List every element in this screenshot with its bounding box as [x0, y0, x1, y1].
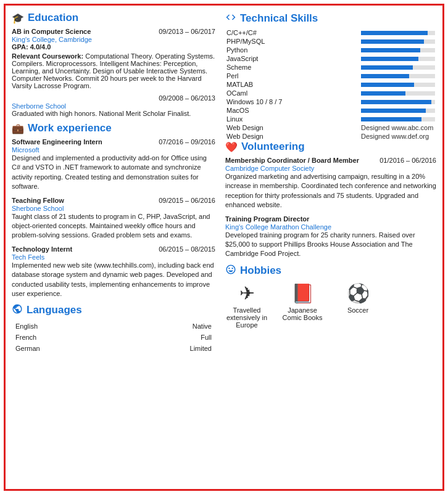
education-entry-1: AB in Computer Science 09/2013 – 06/2017…: [12, 28, 215, 89]
soccer-label: Soccer: [347, 306, 368, 314]
volunteering-title: ❤️ Volunteering: [225, 141, 436, 153]
vol-title-2: Training Program Director: [225, 215, 309, 223]
skills-icon: [225, 12, 236, 25]
edu-desc-2: Graduated with high honors. National Mer…: [12, 110, 215, 117]
skill-name-1: PHP/MySQL: [225, 37, 360, 46]
skill-row-4: Scheme: [225, 63, 436, 72]
hobbies-row: ✈ Travelled extensively in Europe 📕 Japa…: [225, 282, 436, 329]
job-org-2: Sherbone School: [12, 205, 215, 212]
vol-title-1: Membership Coordinator / Board Member: [225, 157, 359, 164]
skill-name-11: Web Design: [225, 123, 360, 132]
hobby-soccer: ⚽ Soccer: [336, 282, 380, 314]
coursework: Relevant Coursework: Computational Theor…: [12, 52, 215, 89]
work-section: 💼 Work experience Software Engineering I…: [12, 122, 215, 298]
lang-row-3: German Limited: [13, 343, 214, 353]
job-title-2: Teaching Fellow: [12, 197, 64, 204]
vol-entry-1: Membership Coordinator / Board Member 01…: [225, 157, 436, 210]
job-title-3: Technology Internt: [12, 245, 72, 253]
soccer-icon: ⚽: [347, 282, 370, 304]
work-entry-2: Teaching Fellow 09/2015 – 06/2016 Sherbo…: [12, 197, 215, 240]
skill-row-1: PHP/MySQL: [225, 37, 436, 46]
job-org-1: Microsoft: [12, 146, 215, 154]
skill-name-12: Web Design: [225, 132, 360, 141]
skill-row-7: OCaml: [225, 89, 436, 97]
vol-desc-1: Organized marketing and advertising camp…: [225, 172, 436, 210]
skill-row-10: Linux: [225, 115, 436, 123]
languages-table: English Native French Full German Limite…: [12, 320, 215, 355]
lang-level-3: Limited: [119, 343, 214, 353]
job-date-1: 07/2016 – 09/2016: [159, 138, 215, 146]
skill-row-6: MATLAB: [225, 80, 436, 89]
skill-name-2: Python: [225, 46, 360, 54]
education-section: 🎓 Education AB in Computer Science 09/20…: [12, 12, 215, 117]
lang-name-1: English: [13, 321, 118, 331]
skill-name-10: Linux: [225, 115, 360, 123]
hobbies-title: Hobbies: [225, 264, 436, 277]
lang-row-1: English Native: [13, 321, 214, 331]
skill-name-4: Scheme: [225, 63, 360, 72]
vol-entry-2: Training Program Director King's College…: [225, 215, 436, 259]
skill-name-7: OCaml: [225, 89, 360, 97]
skill-row-8: Windows 10 / 8 / 7: [225, 97, 436, 106]
edu-org-2: Sherborne School: [12, 102, 215, 110]
hobbies-icon: [225, 264, 236, 277]
right-column: Technical Skills C/C++/C# PHP/MySQL Pyth…: [225, 12, 436, 355]
job-date-3: 06/2015 – 08/2015: [159, 245, 215, 253]
edu-date-2: 09/2008 – 06/2013: [159, 94, 215, 102]
vol-date-1: 01/2016 – 06/2016: [380, 157, 436, 164]
job-title-1: Software Engineering Intern: [12, 138, 102, 146]
skill-row-0: C/C++/C#: [225, 28, 436, 37]
skill-name-9: MacOS: [225, 106, 360, 115]
job-date-2: 09/2015 – 06/2016: [159, 197, 215, 204]
lang-level-2: Full: [119, 332, 214, 342]
work-entry-1: Software Engineering Intern 07/2016 – 09…: [12, 138, 215, 192]
lang-level-1: Native: [119, 321, 214, 331]
job-desc-1: Designed and implemented a productivity …: [12, 154, 215, 192]
vol-org-2: King's College Marathon Challenge: [225, 223, 436, 231]
comics-label: Japanese Comic Books: [281, 306, 324, 321]
hobby-comics: 📕 Japanese Comic Books: [281, 282, 324, 321]
job-desc-3: Implemented new web site (www.techhills.…: [12, 261, 215, 299]
vol-org-1: Cambridge Computer Society: [225, 165, 436, 172]
volunteering-section: ❤️ Volunteering Membership Coordinator /…: [225, 141, 436, 259]
skill-name-5: Perl: [225, 72, 360, 80]
skill-name-6: MATLAB: [225, 80, 360, 89]
education-icon: 🎓: [12, 12, 24, 24]
skill-row-2: Python: [225, 46, 436, 54]
travel-label: Travelled extensively in Europe: [225, 306, 268, 329]
edu-org-1: King's College, Cambridge: [12, 36, 215, 43]
work-entry-3: Technology Internt 06/2015 – 08/2015 Tec…: [12, 245, 215, 299]
lang-row-2: French Full: [13, 332, 214, 342]
travel-icon: ✈: [239, 282, 255, 304]
skill-name-3: JavaScript: [225, 54, 360, 63]
skills-section: Technical Skills C/C++/C# PHP/MySQL Pyth…: [225, 12, 436, 141]
job-desc-2: Taught class of 21 students to program i…: [12, 212, 215, 240]
skill-row-3: JavaScript: [225, 54, 436, 63]
skill-name-8: Windows 10 / 8 / 7: [225, 97, 360, 106]
gpa: GPA: 4.0/4.0: [12, 43, 215, 51]
skills-table: C/C++/C# PHP/MySQL Python JavaScript: [225, 28, 436, 141]
skill-row-11: Web Design Designed www.abc.com: [225, 123, 436, 132]
education-entry-2: 09/2008 – 06/2013 Sherborne School Gradu…: [12, 94, 215, 117]
comics-icon: 📕: [291, 282, 314, 304]
hobby-travel: ✈ Travelled extensively in Europe: [225, 282, 268, 329]
work-icon: 💼: [12, 123, 24, 134]
skill-row-12: Web Design Designed www.def.org: [225, 132, 436, 141]
skills-title: Technical Skills: [225, 12, 436, 25]
volunteering-icon: ❤️: [225, 141, 238, 153]
work-title: 💼 Work experience: [12, 122, 215, 134]
education-title: 🎓 Education: [12, 12, 215, 24]
languages-icon: [12, 303, 23, 316]
skill-row-5: Perl: [225, 72, 436, 80]
skill-name-0: C/C++/C#: [225, 28, 360, 37]
skill-row-9: MacOS: [225, 106, 436, 115]
languages-title: Languages: [12, 303, 215, 316]
hobbies-section: Hobbies ✈ Travelled extensively in Europ…: [225, 264, 436, 329]
lang-name-2: French: [13, 332, 118, 342]
job-org-3: Tech Feels: [12, 253, 215, 261]
vol-desc-2: Developed training program for 25 charit…: [225, 231, 436, 259]
edu-date-1: 09/2013 – 06/2017: [159, 28, 215, 35]
left-column: 🎓 Education AB in Computer Science 09/20…: [12, 12, 215, 355]
languages-section: Languages English Native French Full Ger…: [12, 303, 215, 355]
degree-1: AB in Computer Science: [12, 28, 91, 35]
